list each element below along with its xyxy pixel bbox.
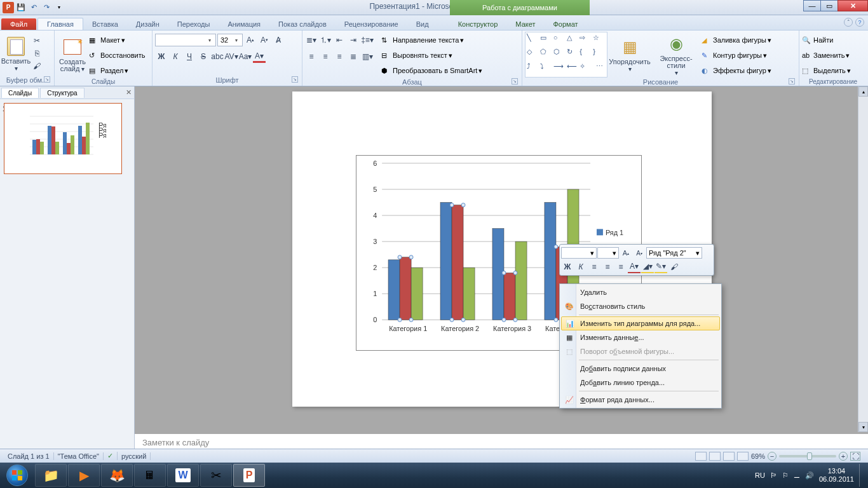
close-button[interactable]: ✕ xyxy=(837,0,868,11)
shadow-button[interactable]: abc xyxy=(211,50,224,63)
smartart-button[interactable]: ⬢Преобразовать в SmartArt ▾ xyxy=(381,64,482,78)
mini-align-center-button[interactable]: ≡ xyxy=(601,261,614,273)
task-mediaplayer[interactable]: ▶ xyxy=(68,464,100,487)
shape-rect-icon[interactable]: ▭ xyxy=(540,34,553,47)
reset-button[interactable]: ↺Восстановить xyxy=(89,48,145,62)
underline-button[interactable]: Ч xyxy=(183,50,196,63)
shapes-gallery[interactable]: ╲▭○△⇨☆ ◇⬠⬡↻{} ⤴⤵⟶⟵✧⋯ xyxy=(525,32,607,78)
ctx-format-series[interactable]: 📈Формат ряда данных... xyxy=(561,393,720,407)
columns-button[interactable]: ▥▾ xyxy=(361,50,374,63)
status-spellcheck-icon[interactable]: ✓ xyxy=(104,452,118,460)
italic-button[interactable]: К xyxy=(169,50,182,63)
mini-growfont-icon[interactable]: A▴ xyxy=(620,247,632,259)
grow-font-icon[interactable]: A▴ xyxy=(244,34,257,46)
mini-font-combo[interactable]: ▾ xyxy=(561,247,597,259)
replace-button[interactable]: abЗаменить ▾ xyxy=(802,48,864,62)
align-left-button[interactable]: ≡ xyxy=(305,50,318,63)
tab-chart-layout[interactable]: Макет xyxy=(506,18,544,30)
shape-triangle-icon[interactable]: △ xyxy=(567,34,580,47)
ctx-reset-style[interactable]: 🎨Восстановить стиль xyxy=(561,299,720,313)
mini-bold-button[interactable]: Ж xyxy=(561,261,574,273)
task-firefox[interactable]: 🦊 xyxy=(101,464,133,487)
cut-icon[interactable]: ✂ xyxy=(31,34,43,47)
tray-volume-icon[interactable]: 🔊 xyxy=(805,471,814,480)
ctx-delete[interactable]: Удалить xyxy=(561,285,720,299)
tab-design[interactable]: Дизайн xyxy=(127,18,168,30)
tray-flag-icon[interactable]: 🏳 xyxy=(770,471,777,479)
tab-chart-format[interactable]: Формат xyxy=(545,18,587,30)
tab-chart-design[interactable]: Конструктор xyxy=(449,18,507,30)
maximize-button[interactable]: ▭ xyxy=(820,0,838,11)
undo-icon[interactable]: ↶ xyxy=(28,2,39,13)
scroll-up-icon[interactable]: ▴ xyxy=(858,86,868,97)
slides-tab[interactable]: Слайды xyxy=(1,88,39,98)
tray-network-icon[interactable]: ⚊ xyxy=(794,471,800,480)
mini-align-right-button[interactable]: ≡ xyxy=(614,261,627,273)
file-tab[interactable]: Файл xyxy=(1,18,36,30)
app-icon[interactable]: P xyxy=(3,2,14,13)
tab-transitions[interactable]: Переходы xyxy=(168,18,219,30)
show-desktop-button[interactable] xyxy=(859,464,864,487)
layout-button[interactable]: ▦Макет ▾ xyxy=(89,33,145,47)
slide-thumbnail[interactable]: Ряд 1 Ряд 2 Ряд 3 xyxy=(4,103,122,174)
clipboard-launcher[interactable]: ↘ xyxy=(44,76,50,83)
tab-review[interactable]: Рецензирование xyxy=(336,18,407,30)
strike-button[interactable]: S xyxy=(197,50,210,63)
task-snipping[interactable]: ✂ xyxy=(200,464,232,487)
shape-star-icon[interactable]: ☆ xyxy=(593,34,606,47)
find-button[interactable]: 🔍Найти xyxy=(802,33,864,47)
align-right-button[interactable]: ≡ xyxy=(333,50,346,63)
mini-italic-button[interactable]: К xyxy=(574,261,587,273)
mini-align-left-button[interactable]: ≡ xyxy=(588,261,600,273)
tray-action-center-icon[interactable]: ⚐ xyxy=(782,471,789,480)
task-word[interactable]: W xyxy=(167,464,199,487)
tab-home[interactable]: Главная xyxy=(37,18,83,30)
fit-to-window-button[interactable]: ⛶ xyxy=(850,452,860,461)
align-text-button[interactable]: ⊟Выровнять текст ▾ xyxy=(381,48,482,62)
minimize-button[interactable]: — xyxy=(803,0,821,11)
new-slide-button[interactable]: Создать слайд ▾ xyxy=(57,32,88,78)
zoom-out-button[interactable]: − xyxy=(768,452,776,461)
mini-fontcolor-button[interactable]: A▾ xyxy=(628,261,641,273)
format-painter-icon[interactable]: 🖌 xyxy=(31,60,43,72)
zoom-level[interactable]: 69% xyxy=(751,452,765,460)
numbering-button[interactable]: ⒈▾ xyxy=(319,34,332,46)
shape-arrow-icon[interactable]: ⇨ xyxy=(580,34,592,47)
font-launcher[interactable]: ↘ xyxy=(292,76,298,83)
sorter-view-button[interactable] xyxy=(709,452,721,461)
copy-icon[interactable]: ⎘ xyxy=(31,47,43,60)
arrange-button[interactable]: ▦ Упорядочить▾ xyxy=(609,32,651,78)
shape-outline-button[interactable]: ✎Контур фигуры ▾ xyxy=(702,48,771,62)
help-icon[interactable]: ? xyxy=(855,18,864,27)
zoom-in-button[interactable]: + xyxy=(839,452,848,461)
zoom-slider[interactable] xyxy=(779,455,836,458)
start-button[interactable] xyxy=(0,463,34,488)
qat-more-icon[interactable]: ▾ xyxy=(53,2,65,13)
shrink-font-icon[interactable]: A▾ xyxy=(258,34,271,46)
drawing-launcher[interactable]: ↘ xyxy=(789,78,795,85)
tray-lang[interactable]: RU xyxy=(755,471,765,479)
edit-area[interactable]: Категория 1Категория 2Категория 3Категор… xyxy=(135,86,868,463)
shape-fill-button[interactable]: ◢Заливка фигуры ▾ xyxy=(702,33,771,47)
mini-format-painter-icon[interactable]: 🖌 xyxy=(668,261,681,273)
reading-view-button[interactable] xyxy=(723,452,735,461)
paragraph-launcher[interactable]: ↘ xyxy=(512,78,518,85)
spacing-button[interactable]: AV▾ xyxy=(225,50,238,63)
shape-oval-icon[interactable]: ○ xyxy=(553,34,566,47)
task-calculator[interactable]: 🖩 xyxy=(134,464,166,487)
mini-shrinkfont-icon[interactable]: A▾ xyxy=(633,247,646,259)
font-family-combo[interactable]: ▾ xyxy=(155,34,216,46)
text-direction-button[interactable]: ⇅Направление текста ▾ xyxy=(381,33,482,47)
quick-styles-button[interactable]: ◉ Экспресс-стили▾ xyxy=(652,32,700,78)
justify-button[interactable]: ≣ xyxy=(347,50,360,63)
indent-inc-button[interactable]: ⇥ xyxy=(347,34,360,46)
mini-outline-button[interactable]: ✎▾ xyxy=(654,261,667,273)
redo-icon[interactable]: ↷ xyxy=(41,2,52,13)
task-explorer[interactable]: 📁 xyxy=(35,464,67,487)
ctx-edit-data[interactable]: ▦Изменить данные... xyxy=(561,330,720,344)
align-center-button[interactable]: ≡ xyxy=(319,50,332,63)
tab-slideshow[interactable]: Показ слайдов xyxy=(269,18,336,30)
tab-animation[interactable]: Анимация xyxy=(219,18,269,30)
ctx-change-chart-type[interactable]: 📊Изменить тип диаграммы для ряда... xyxy=(561,316,720,330)
panel-close-icon[interactable]: ✕ xyxy=(126,88,132,97)
